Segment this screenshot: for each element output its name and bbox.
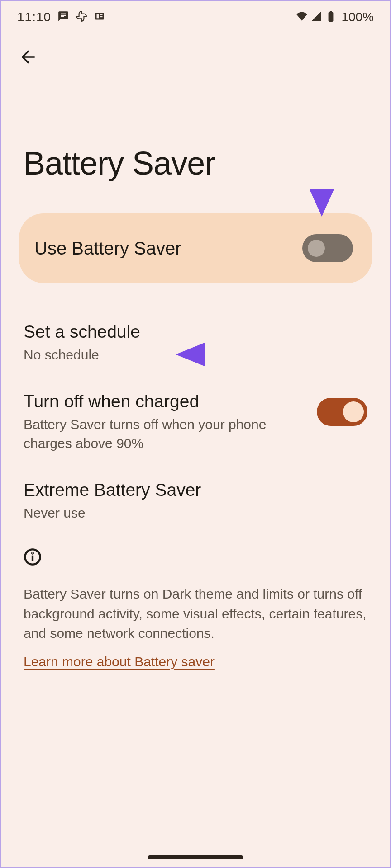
page-title: Battery Saver <box>1 68 390 213</box>
battery-icon <box>325 10 337 24</box>
status-time: 11:10 <box>17 10 51 24</box>
use-battery-saver-label: Use Battery Saver <box>34 238 181 259</box>
photos-icon <box>76 10 87 24</box>
wifi-icon <box>296 10 308 24</box>
use-battery-saver-toggle[interactable] <box>302 234 353 262</box>
learn-more-link[interactable]: Learn more about Battery saver <box>24 654 215 669</box>
turn-off-when-charged-toggle[interactable] <box>317 398 367 426</box>
arrow-back-icon <box>18 47 38 67</box>
turn-off-when-charged-row[interactable]: Turn off when charged Battery Saver turn… <box>24 380 367 468</box>
svg-rect-0 <box>95 13 104 19</box>
extreme-label: Extreme Battery Saver <box>24 480 201 500</box>
use-battery-saver-row[interactable]: Use Battery Saver <box>19 213 372 283</box>
set-schedule-sub: No schedule <box>24 345 140 364</box>
turn-off-label: Turn off when charged <box>24 392 299 411</box>
signal-icon <box>310 10 322 24</box>
set-schedule-label: Set a schedule <box>24 322 140 342</box>
news-icon <box>94 10 105 24</box>
status-bar: 11:10 100% <box>1 1 390 33</box>
info-text: Battery Saver turns on Dark theme and li… <box>24 584 367 643</box>
svg-rect-2 <box>100 14 102 15</box>
turn-off-sub: Battery Saver turns off when your phone … <box>24 415 299 453</box>
back-button[interactable] <box>17 46 39 68</box>
nav-handle[interactable] <box>148 855 243 859</box>
svg-rect-1 <box>97 14 99 19</box>
battery-percentage: 100% <box>341 10 374 24</box>
info-icon <box>24 548 42 566</box>
set-schedule-row[interactable]: Set a schedule No schedule <box>24 310 367 380</box>
extreme-battery-saver-row[interactable]: Extreme Battery Saver Never use <box>24 468 367 538</box>
messages-icon <box>57 10 69 24</box>
svg-rect-3 <box>100 16 102 17</box>
extreme-sub: Never use <box>24 504 201 523</box>
svg-point-6 <box>32 553 33 554</box>
